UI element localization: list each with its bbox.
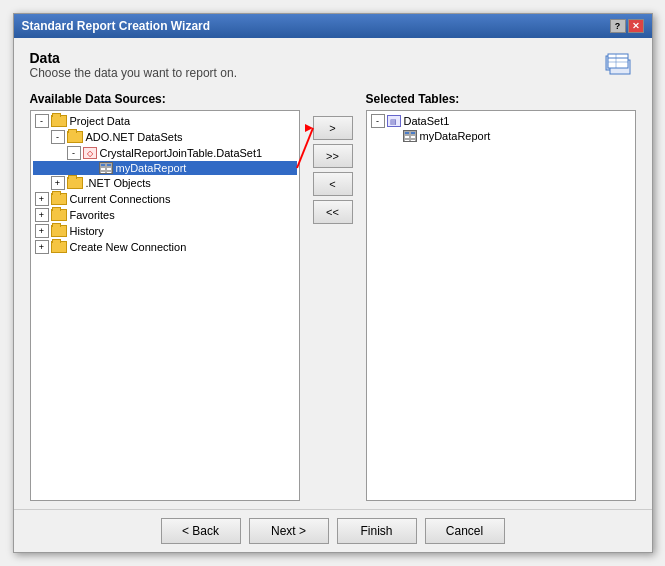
tree-item-history[interactable]: +History bbox=[33, 223, 297, 239]
next-button[interactable]: Next > bbox=[249, 518, 329, 544]
tree-item-text: Current Connections bbox=[70, 193, 171, 205]
expand-icon[interactable]: - bbox=[371, 114, 385, 128]
expand-icon[interactable]: - bbox=[51, 130, 65, 144]
expand-icon[interactable]: + bbox=[35, 208, 49, 222]
expand-icon[interactable]: - bbox=[35, 114, 49, 128]
help-button[interactable]: ? bbox=[610, 19, 626, 33]
left-panel: Available Data Sources: -Project Data-AD… bbox=[30, 92, 300, 501]
close-button[interactable]: ✕ bbox=[628, 19, 644, 33]
tree-item-ado-net[interactable]: -ADO.NET DataSets bbox=[33, 129, 297, 145]
tree-item-current-connections[interactable]: +Current Connections bbox=[33, 191, 297, 207]
tree-item-text: Project Data bbox=[70, 115, 131, 127]
tree-item-text: .NET Objects bbox=[86, 177, 151, 189]
tree-item-my-data-report-selected[interactable]: myDataReport bbox=[369, 129, 633, 143]
expand-icon[interactable]: + bbox=[35, 192, 49, 206]
tree-item-text: ADO.NET DataSets bbox=[86, 131, 183, 143]
move-all-right-button[interactable]: >> bbox=[313, 144, 353, 168]
tree-item-net-objects[interactable]: +.NET Objects bbox=[33, 175, 297, 191]
expand-icon[interactable]: + bbox=[51, 176, 65, 190]
folder-icon bbox=[51, 115, 67, 127]
tree-item-my-data-report[interactable]: myDataReport bbox=[33, 161, 297, 175]
header-section: Data Choose the data you want to report … bbox=[30, 50, 636, 82]
folder-icon bbox=[51, 193, 67, 205]
expand-icon[interactable]: - bbox=[67, 146, 81, 160]
svg-rect-2 bbox=[608, 54, 628, 68]
tree-item-create-new[interactable]: +Create New Connection bbox=[33, 239, 297, 255]
cancel-button[interactable]: Cancel bbox=[425, 518, 505, 544]
tree-item-text: myDataReport bbox=[116, 162, 187, 174]
expand-icon[interactable]: + bbox=[35, 224, 49, 238]
back-button[interactable]: < Back bbox=[161, 518, 241, 544]
selected-tables-tree[interactable]: -▤DataSet1myDataReport bbox=[366, 110, 636, 501]
footer: < Back Next > Finish Cancel bbox=[14, 509, 652, 552]
left-panel-label: Available Data Sources: bbox=[30, 92, 300, 106]
wizard-window: Standard Report Creation Wizard ? ✕ Data… bbox=[13, 13, 653, 553]
tree-item-text: Favorites bbox=[70, 209, 115, 221]
expand-icon[interactable]: + bbox=[35, 240, 49, 254]
folder-icon bbox=[51, 241, 67, 253]
right-panel-label: Selected Tables: bbox=[366, 92, 636, 106]
table-icon bbox=[99, 162, 113, 174]
table-icon bbox=[403, 130, 417, 142]
folder-icon bbox=[51, 225, 67, 237]
page-title: Data bbox=[30, 50, 237, 66]
transfer-buttons-area: > >> < << bbox=[308, 92, 358, 501]
tree-item-favorites[interactable]: +Favorites bbox=[33, 207, 297, 223]
title-bar: Standard Report Creation Wizard ? ✕ bbox=[14, 14, 652, 38]
header-text: Data Choose the data you want to report … bbox=[30, 50, 237, 80]
title-bar-buttons: ? ✕ bbox=[610, 19, 644, 33]
move-right-button[interactable]: > bbox=[313, 116, 353, 140]
move-all-left-button[interactable]: << bbox=[313, 200, 353, 224]
tree-item-text: History bbox=[70, 225, 104, 237]
tree-item-text: Create New Connection bbox=[70, 241, 187, 253]
main-area: Available Data Sources: -Project Data-AD… bbox=[30, 92, 636, 501]
content-area: Data Choose the data you want to report … bbox=[14, 38, 652, 509]
crystal-icon: ◇ bbox=[83, 147, 97, 159]
tree-item-text: myDataReport bbox=[420, 130, 491, 142]
tree-item-text: CrystalReportJoinTable.DataSet1 bbox=[100, 147, 263, 159]
folder-icon bbox=[67, 131, 83, 143]
move-left-button[interactable]: < bbox=[313, 172, 353, 196]
folder-icon bbox=[51, 209, 67, 221]
available-datasources-tree[interactable]: -Project Data-ADO.NET DataSets-◇CrystalR… bbox=[30, 110, 300, 501]
tree-item-project-data[interactable]: -Project Data bbox=[33, 113, 297, 129]
tree-item-dataset1[interactable]: -▤DataSet1 bbox=[369, 113, 633, 129]
tree-item-text: DataSet1 bbox=[404, 115, 450, 127]
data-icon bbox=[604, 50, 636, 82]
tree-item-crystal-dataset[interactable]: -◇CrystalReportJoinTable.DataSet1 bbox=[33, 145, 297, 161]
folder-icon bbox=[67, 177, 83, 189]
window-title: Standard Report Creation Wizard bbox=[22, 19, 211, 33]
finish-button[interactable]: Finish bbox=[337, 518, 417, 544]
right-panel: Selected Tables: -▤DataSet1myDataReport bbox=[366, 92, 636, 501]
db-icon: ▤ bbox=[387, 115, 401, 127]
page-subtitle: Choose the data you want to report on. bbox=[30, 66, 237, 80]
